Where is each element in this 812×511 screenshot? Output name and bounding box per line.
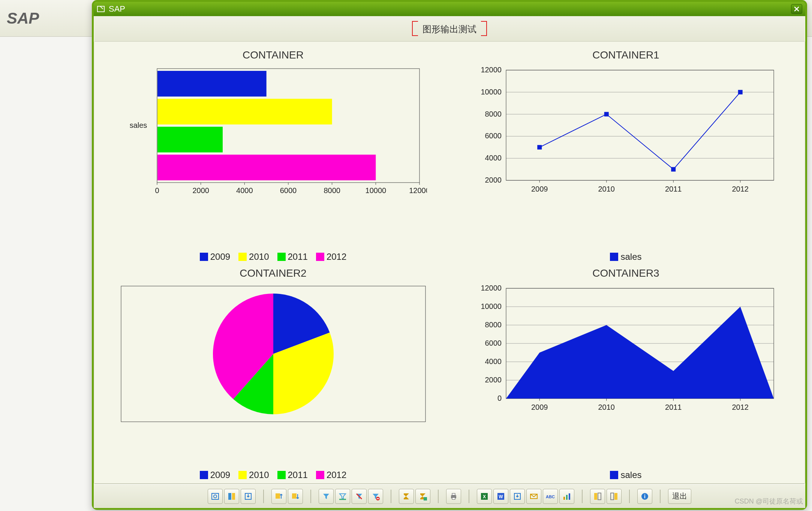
- toolbar-group: [590, 489, 622, 504]
- chart-plot[interactable]: [103, 285, 443, 466]
- legend-swatch: [316, 471, 324, 479]
- sort-asc-icon: [274, 492, 283, 501]
- toolbar-group: [399, 489, 430, 504]
- svg-text:6000: 6000: [485, 132, 502, 140]
- svg-text:2000: 2000: [192, 186, 209, 195]
- svg-text:10000: 10000: [481, 302, 502, 310]
- toolbar-sort-asc-button[interactable]: [271, 489, 286, 504]
- chart-plot[interactable]: 2000400060008000100001200020092010201120…: [456, 66, 796, 248]
- chart-plot[interactable]: 0200040006000800010000120002009201020112…: [456, 285, 796, 466]
- chart-panel-0: CONTAINERsales02000400060008000100001200…: [103, 49, 443, 262]
- filter-del-icon: [371, 492, 380, 501]
- dialog-titlebar[interactable]: SAP: [94, 2, 805, 16]
- toolbar-export-button[interactable]: [241, 489, 256, 504]
- legend-swatch: [610, 253, 618, 261]
- toolbar-filter-del-button[interactable]: [368, 489, 383, 504]
- legend-swatch: [610, 471, 618, 479]
- svg-rect-20: [157, 155, 376, 181]
- chart-title: CONTAINER3: [592, 267, 659, 279]
- svg-text:i: i: [644, 493, 646, 499]
- toolbar-subtotal-button[interactable]: [415, 489, 430, 504]
- toolbar-separator: [629, 490, 630, 503]
- legend-item: 2011: [277, 252, 308, 262]
- toolbar-group: i: [637, 489, 652, 504]
- deselect-cols-icon: [610, 492, 619, 501]
- toolbar-separator: [310, 490, 311, 503]
- toolbar-filter-set-button[interactable]: [319, 489, 334, 504]
- svg-text:2012: 2012: [732, 185, 749, 193]
- chart-plot[interactable]: sales020004000600080001000012000: [103, 66, 443, 248]
- toolbar-word-button[interactable]: W: [493, 489, 508, 504]
- svg-text:4000: 4000: [485, 357, 502, 366]
- abc-icon: ABC: [546, 492, 555, 501]
- toolbar-info-button[interactable]: i: [637, 489, 652, 504]
- svg-text:ABC: ABC: [546, 495, 555, 499]
- svg-text:6000: 6000: [280, 186, 297, 195]
- svg-rect-75: [276, 493, 280, 499]
- svg-rect-18: [157, 99, 332, 125]
- svg-text:8000: 8000: [485, 321, 502, 329]
- legend-swatch: [277, 471, 286, 479]
- filter-line-icon: [338, 492, 347, 501]
- dialog-window: SAP 图形输出测试 CONTAINERsales020004000600080…: [92, 0, 807, 510]
- toolbar-mail-button[interactable]: [526, 489, 541, 504]
- svg-text:2000: 2000: [485, 176, 502, 184]
- excel-icon: X: [480, 492, 489, 501]
- chart-title: CONTAINER: [243, 49, 304, 61]
- svg-rect-70: [212, 493, 219, 499]
- legend-item: 2010: [238, 470, 269, 480]
- toolbar-sum-button[interactable]: [399, 489, 414, 504]
- legend-label: sales: [620, 470, 641, 480]
- svg-text:6000: 6000: [485, 339, 502, 347]
- toolbar-excel-button[interactable]: X: [477, 489, 492, 504]
- chart-grid: CONTAINERsales02000400060008000100001200…: [94, 42, 805, 483]
- toolbar-abc-button[interactable]: ABC: [543, 489, 558, 504]
- svg-rect-93: [566, 495, 568, 500]
- legend-swatch: [277, 253, 286, 261]
- toolbar-print-button[interactable]: [446, 489, 461, 504]
- sum-icon: [402, 492, 411, 501]
- toolbar-group: [319, 489, 383, 504]
- svg-text:sales: sales: [129, 121, 147, 129]
- toolbar-group: XWABC: [477, 489, 574, 504]
- svg-text:10000: 10000: [365, 186, 386, 195]
- toolbar-group: [208, 489, 256, 504]
- toolbar-local-button[interactable]: [510, 489, 525, 504]
- legend-label: 2012: [327, 470, 346, 480]
- toolbar-chart-button[interactable]: [559, 489, 574, 504]
- toolbar-sort-desc-button[interactable]: [288, 489, 303, 504]
- toolbar-separator: [263, 490, 264, 503]
- close-icon: [794, 6, 799, 12]
- svg-rect-43: [604, 112, 608, 117]
- subtotal-icon: [418, 492, 427, 501]
- close-button[interactable]: [791, 4, 802, 14]
- svg-point-71: [214, 495, 217, 498]
- toolbar-layout-button[interactable]: [224, 489, 239, 504]
- toolbar-select-cols-button[interactable]: [590, 489, 605, 504]
- toolbar-filter-line-button[interactable]: [335, 489, 350, 504]
- svg-rect-95: [594, 493, 597, 500]
- chart-panel-3: CONTAINER3020004000600080001000012000200…: [456, 267, 796, 480]
- svg-text:0: 0: [155, 186, 159, 195]
- svg-rect-96: [598, 493, 601, 500]
- toolbar-filter-clear-button[interactable]: [352, 489, 367, 504]
- window-icon: [97, 5, 105, 13]
- toolbar-details-button[interactable]: [208, 489, 223, 504]
- toolbar-exit-button[interactable]: 退出: [668, 489, 691, 504]
- chart-legend: sales: [610, 470, 641, 480]
- subheader-bar: 图形输出测试: [94, 17, 805, 42]
- legend-item: 2009: [200, 252, 230, 262]
- legend-item: 2009: [200, 470, 230, 480]
- legend-item: sales: [610, 252, 641, 262]
- toolbar-deselect-cols-button[interactable]: [607, 489, 622, 504]
- svg-rect-17: [157, 71, 267, 97]
- svg-text:2012: 2012: [732, 403, 749, 411]
- sort-desc-icon: [291, 492, 300, 501]
- chart-icon: [562, 492, 571, 501]
- mail-icon: [529, 492, 538, 501]
- chart-legend: 2009201020112012: [200, 252, 347, 262]
- svg-rect-81: [424, 497, 427, 501]
- legend-swatch: [238, 471, 247, 479]
- svg-text:2011: 2011: [665, 403, 682, 411]
- chart-legend: 2009201020112012: [200, 470, 347, 480]
